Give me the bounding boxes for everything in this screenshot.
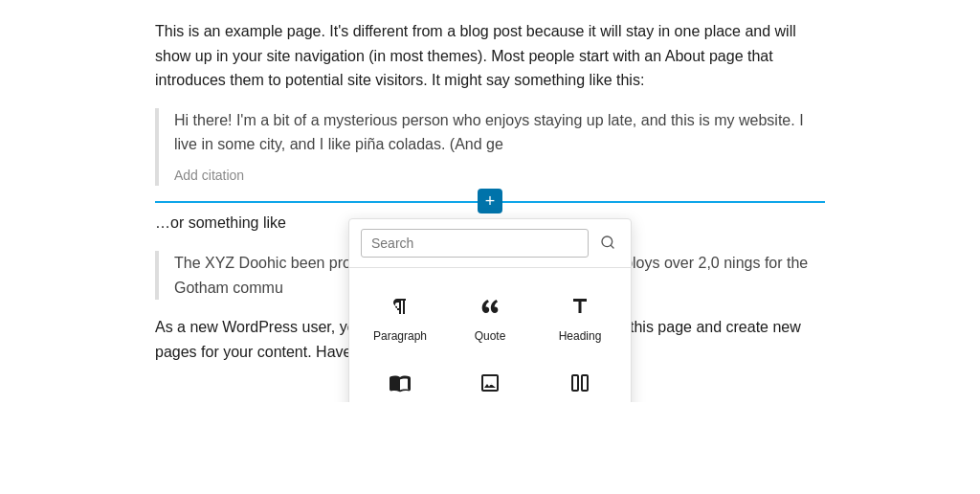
block-item-columns[interactable]: Columns (537, 356, 623, 402)
quote-block-1: Hi there! I'm a bit of a mysterious pers… (155, 108, 825, 187)
add-block-button[interactable]: + (478, 189, 502, 213)
intro-text: This is an example page. It's different … (155, 19, 825, 93)
block-item-image[interactable]: Image (447, 356, 533, 402)
block-label-heading: Heading (559, 329, 602, 343)
divider-wrap: + Paragraph (155, 201, 825, 203)
heading-icon (563, 289, 597, 324)
block-item-quote[interactable]: Quote (447, 280, 533, 352)
columns-icon (563, 366, 597, 400)
block-label-paragraph: Paragraph (373, 329, 427, 343)
search-icon (600, 235, 615, 250)
search-row (349, 219, 631, 268)
image-icon (473, 366, 507, 400)
block-label-quote: Quote (475, 329, 506, 343)
paragraph-icon (383, 289, 417, 324)
quote-icon (473, 289, 507, 324)
search-input[interactable] (361, 229, 589, 258)
quote-text-1: Hi there! I'm a bit of a mysterious pers… (174, 108, 825, 157)
block-picker-popup: Paragraph Quote Heading (348, 218, 632, 402)
block-item-paragraph[interactable]: Paragraph (357, 280, 443, 352)
block-item-verse[interactable]: Verse (357, 356, 443, 402)
search-icon-button[interactable] (596, 231, 619, 257)
svg-line-1 (611, 245, 613, 248)
page-wrapper: This is an example page. It's different … (117, 0, 863, 402)
block-grid: Paragraph Quote Heading (349, 268, 631, 402)
verse-icon (383, 366, 417, 400)
add-citation: Add citation (174, 165, 825, 186)
block-item-heading[interactable]: Heading (537, 280, 623, 352)
